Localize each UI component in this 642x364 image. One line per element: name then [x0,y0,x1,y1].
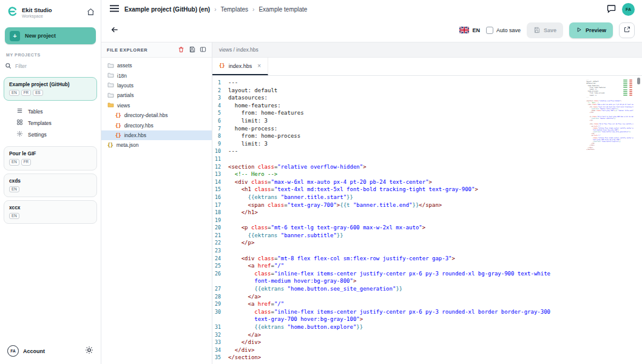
line-number: 31 [212,323,228,331]
line-number: 3 [212,94,228,102]
project-menu-templates[interactable]: Templates [16,117,101,129]
project-languages: ENFR [9,159,92,165]
code-line: 32 </a> [212,331,642,339]
save-label: Save [544,27,556,33]
code-editor: views / index.hbs {} index.hbs × 1---2la… [212,42,642,364]
toggle-panel-button[interactable] [200,46,206,55]
project-languages: ENFRES [9,90,92,96]
arrow-left-icon [110,25,120,36]
back-button[interactable] [110,25,120,36]
language-selector[interactable]: EN [459,25,480,36]
language-badge: FR [21,159,31,165]
code-area[interactable]: 1---2layout: default3datasources:4 home-… [212,76,642,364]
editor-path-breadcrumb[interactable]: views / index.hbs [212,42,642,58]
line-number: 34 [212,346,228,354]
code-line: 28 </a> [212,293,642,301]
file-tree-item-directory-detail.hbs[interactable]: {}directory-detail.hbs [101,110,212,120]
folder-tree-item-i18n[interactable]: i18n [101,70,212,80]
project-card[interactable]: Pour le GIFENFR [4,146,97,170]
open-external-button[interactable] [619,22,635,38]
minimap[interactable]: ---layout: defaultdatasources: home-feat… [586,79,634,150]
autosave-toggle[interactable]: Auto save [486,27,521,34]
code-line: 19 [212,217,642,224]
file-tree-item-index.hbs[interactable]: {}index.hbs [101,130,212,140]
line-number: 4 [212,102,228,110]
line-number: 20 [212,224,228,232]
workspace-title-block: Ekit Studio Workspace [22,7,52,18]
folder-tree-item-partials[interactable]: partials [101,90,212,100]
line-number: 27 [212,285,228,293]
account-avatar: FA [7,345,19,357]
code-line: 8 from: home-process [212,132,642,140]
account-row[interactable]: FA Account [0,339,101,364]
code-line: 16 {{ektrans "banner.title.start"}} [212,194,642,201]
delete-file-button[interactable] [178,46,184,55]
line-number: 14 [212,178,228,186]
file-explorer-header: FILE EXPLORER [101,42,212,58]
autosave-checkbox[interactable] [486,27,493,34]
project-name: Pour le GIF [9,150,92,157]
line-number: 10 [212,147,228,155]
breadcrumb-templates[interactable]: Templates [220,6,248,13]
code-line: 22 </p> [212,239,642,247]
editor-toolbar: EN Auto save Save Preview [101,19,642,42]
project-menu-tables[interactable]: Tables [16,106,101,117]
code-line: 4 home-features: [212,102,642,110]
folder-tree-item-views[interactable]: views [101,101,212,110]
line-number: 32 [212,331,228,339]
breadcrumb-template-name[interactable]: Example template [258,6,307,13]
line-number: 6 [212,117,228,125]
file-icon: {} [107,142,113,148]
file-tree-item-meta.json[interactable]: {}meta.json [101,140,212,150]
folder-tree-item-layouts[interactable]: layouts [101,81,212,90]
breadcrumb-project[interactable]: Example project (GitHub) (en) [124,6,210,13]
line-number: 25 [212,262,228,270]
code-line: 27 {{ektrans "home.button.see_site_gener… [212,285,642,293]
filter-input[interactable] [15,63,96,69]
editor-tabbar: {} index.hbs × [212,58,642,76]
external-link-icon [623,26,630,35]
line-number: 16 [212,194,228,201]
code-line: 29 <a href="/" [212,300,642,308]
line-number: 28 [212,293,228,301]
new-project-button[interactable]: + New project [5,27,96,44]
my-projects-heading: MY PROJECTS [6,53,95,57]
tab-label: index.hbs [229,63,252,69]
code-line: text-gray-700 hover:bg-gray-100"> [212,315,642,323]
file-icon: {} [115,112,121,118]
save-file-button[interactable] [189,46,195,55]
code-line: 30 class="inline-flex items-center justi… [212,308,642,316]
line-number: 15 [212,186,228,194]
project-languages: EN [9,213,92,219]
home-button[interactable] [87,8,95,18]
project-menu-settings[interactable]: Settings [16,129,101,140]
chat-button[interactable] [606,4,617,15]
sun-icon [85,346,93,356]
project-card[interactable]: cxdsEN [4,174,97,197]
editor-scrollbar[interactable] [637,78,640,84]
folder-tree-item-assets[interactable]: assets [101,61,212,70]
line-number: 13 [212,170,228,178]
code-line: 15 <h1 class="text-4xl md:text-5xl font-… [212,186,642,194]
project-card[interactable]: Example project (GitHub)ENFRES [4,77,97,101]
project-name: xccx [9,204,92,211]
code-line: font-medium hover:bg-gray-800"> [212,277,642,285]
hamburger-menu-button[interactable] [110,5,119,14]
code-line: 2layout: default [212,87,642,95]
tab-index-hbs[interactable]: {} index.hbs × [212,58,268,75]
language-badge: EN [9,186,19,192]
table-icon [16,107,23,115]
project-card[interactable]: xccxEN [4,200,97,224]
breadcrumb: Example project (GitHub) (en) › Template… [124,6,307,13]
save-button[interactable]: Save [527,22,563,38]
search-icon [5,61,12,72]
line-number: 11 [212,155,228,163]
uk-flag-icon [459,25,469,36]
app-title: Ekit Studio [22,7,52,14]
file-tree-item-directory.hbs[interactable]: {}directory.hbs [101,120,212,130]
close-tab-icon[interactable]: × [257,62,261,69]
preview-button[interactable]: Preview [569,22,613,38]
theme-toggle-button[interactable] [85,346,93,356]
templates-icon [16,119,23,127]
user-avatar[interactable]: FA [622,3,635,16]
